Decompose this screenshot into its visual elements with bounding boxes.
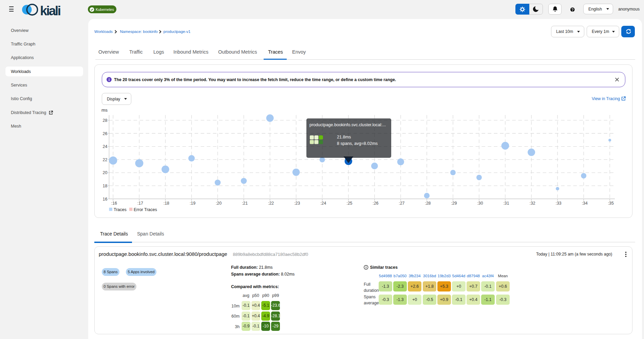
svg-text:Error Traces: Error Traces bbox=[134, 207, 157, 212]
svg-text:16: 16 bbox=[103, 197, 108, 202]
svg-text::20: :20 bbox=[216, 201, 222, 206]
svg-text::21: :21 bbox=[242, 201, 248, 206]
svg-text::27: :27 bbox=[399, 201, 404, 206]
svg-text::34: :34 bbox=[582, 201, 588, 206]
svg-text::29: :29 bbox=[451, 201, 457, 206]
svg-text::18: :18 bbox=[164, 201, 169, 206]
svg-text:20: 20 bbox=[103, 170, 108, 175]
svg-text::19: :19 bbox=[190, 201, 195, 206]
svg-text::25: :25 bbox=[346, 201, 352, 206]
svg-text:28: 28 bbox=[103, 118, 108, 123]
svg-text:ms: ms bbox=[101, 108, 108, 113]
svg-text::17: :17 bbox=[137, 201, 143, 206]
svg-text:21.8ms: 21.8ms bbox=[337, 135, 351, 139]
svg-text:24: 24 bbox=[103, 144, 108, 149]
svg-text:26: 26 bbox=[103, 131, 108, 136]
svg-text:8 spans, avg=8.02ms: 8 spans, avg=8.02ms bbox=[337, 141, 378, 146]
svg-text::33: :33 bbox=[556, 201, 562, 206]
svg-text::32: :32 bbox=[530, 201, 535, 206]
svg-text::23: :23 bbox=[294, 201, 300, 206]
svg-text::26: :26 bbox=[373, 201, 378, 206]
svg-text::35: :35 bbox=[608, 201, 614, 206]
svg-text::31: :31 bbox=[503, 201, 509, 206]
svg-text:18: 18 bbox=[103, 184, 108, 188]
svg-text::30: :30 bbox=[477, 201, 483, 206]
svg-text::16: :16 bbox=[111, 201, 117, 206]
svg-text:productpage.bookinfo.svc.clust: productpage.bookinfo.svc.cluster.local:.… bbox=[309, 123, 386, 127]
svg-text::24: :24 bbox=[320, 201, 326, 206]
svg-text:22: 22 bbox=[103, 157, 108, 162]
svg-text:Traces: Traces bbox=[114, 207, 127, 212]
svg-text::22: :22 bbox=[268, 201, 274, 206]
svg-text::28: :28 bbox=[425, 201, 431, 206]
